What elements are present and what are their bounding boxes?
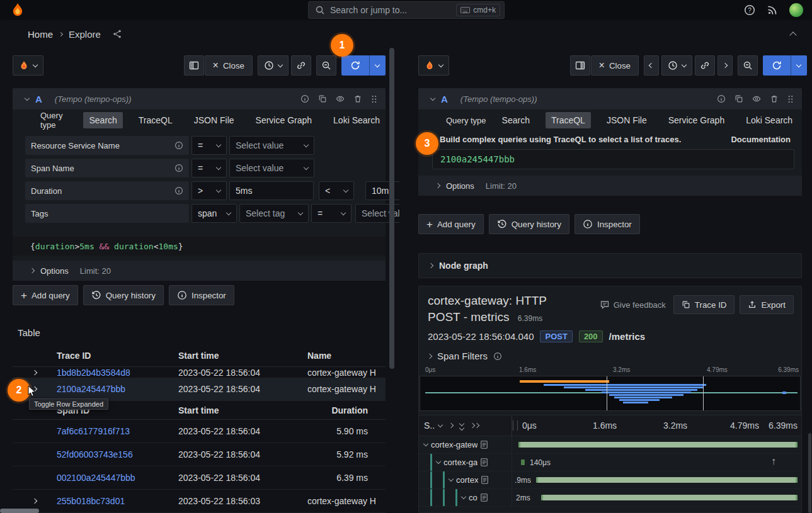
chevron-right-icon[interactable] bbox=[427, 353, 432, 358]
col-trace-id[interactable]: Trace ID bbox=[57, 351, 178, 361]
span-id-link[interactable]: 7af6c6177916f713 bbox=[57, 426, 178, 436]
service-name-operator-select[interactable]: = bbox=[192, 136, 227, 155]
row-expander-icon[interactable] bbox=[13, 371, 57, 375]
column-resizer[interactable] bbox=[513, 420, 518, 431]
duration-max-operator-select[interactable]: < bbox=[319, 181, 354, 200]
minimap-viewport-start[interactable] bbox=[607, 376, 607, 410]
service-name-value-select[interactable]: Select value bbox=[229, 136, 314, 155]
expand-deep-icon[interactable] bbox=[471, 424, 479, 427]
service-operation-column-header[interactable]: S.. bbox=[424, 420, 442, 431]
tags-scope-select[interactable]: span bbox=[192, 204, 237, 223]
span-id-link[interactable]: 52fd06003743e156 bbox=[57, 449, 178, 459]
span-name-operator-select[interactable]: = bbox=[192, 159, 227, 178]
span-bar[interactable] bbox=[518, 442, 798, 448]
span-name-value-select[interactable]: Select value bbox=[229, 159, 314, 178]
duration-min-operator-select[interactable]: > bbox=[192, 181, 227, 200]
tab-search[interactable]: Search bbox=[83, 112, 122, 128]
minimap-viewport-end[interactable] bbox=[703, 376, 704, 410]
query-history-button[interactable]: Query history bbox=[83, 285, 164, 305]
collapse-query-icon[interactable] bbox=[25, 95, 30, 100]
tab-search[interactable]: Search bbox=[496, 112, 535, 128]
span-row[interactable]: cortex .9ms bbox=[419, 471, 801, 489]
tab-json-file[interactable]: JSON File bbox=[188, 112, 240, 128]
time-picker[interactable] bbox=[258, 55, 289, 76]
search-input[interactable]: Search or jump to... cmd+k bbox=[308, 1, 505, 19]
span-row[interactable]: cortex-gatew bbox=[419, 436, 801, 454]
node-graph-panel[interactable]: Node graph bbox=[418, 253, 802, 278]
collapse-query-icon[interactable] bbox=[430, 95, 435, 100]
span-filters-title[interactable]: Span Filters bbox=[437, 351, 488, 361]
tab-traceql[interactable]: TraceQL bbox=[133, 112, 178, 128]
trace-id-button[interactable]: Trace ID bbox=[673, 295, 735, 314]
duplicate-query-icon[interactable] bbox=[735, 94, 743, 103]
disable-query-icon[interactable] bbox=[336, 94, 345, 103]
collapse-section-icon[interactable] bbox=[789, 31, 796, 38]
shift-time-forward-button[interactable] bbox=[718, 55, 733, 76]
close-split-button[interactable]: × Close bbox=[591, 55, 639, 76]
tab-json-file[interactable]: JSON File bbox=[601, 112, 653, 128]
tab-loki-search[interactable]: Loki Search bbox=[328, 112, 386, 128]
user-avatar[interactable] bbox=[789, 3, 803, 17]
scroll-to-top-icon[interactable]: ↑ bbox=[771, 456, 776, 467]
trace-id-link[interactable]: 2100a245447bbb bbox=[57, 384, 178, 394]
query-help-icon[interactable] bbox=[300, 94, 309, 103]
breadcrumb-current[interactable]: Explore bbox=[69, 29, 101, 40]
tags-operator-select[interactable]: = bbox=[311, 204, 352, 223]
news-icon[interactable] bbox=[767, 4, 778, 16]
help-icon[interactable]: ? bbox=[744, 4, 755, 16]
add-query-button[interactable]: +Add query bbox=[13, 285, 78, 305]
add-query-button[interactable]: +Add query bbox=[418, 214, 484, 234]
options-collapse[interactable]: Options Limit: 20 bbox=[13, 261, 386, 281]
run-query-interval-dropdown[interactable] bbox=[369, 55, 386, 76]
run-query-button[interactable] bbox=[341, 55, 369, 76]
span-detail-icon[interactable] bbox=[481, 493, 488, 502]
time-picker[interactable] bbox=[661, 55, 692, 76]
traceql-code-editor[interactable]: 2100a245447bbb bbox=[432, 149, 794, 169]
give-feedback-link[interactable]: Give feedback bbox=[600, 300, 666, 310]
row-expander-icon[interactable] bbox=[13, 499, 57, 503]
span-bar[interactable] bbox=[521, 459, 525, 465]
breadcrumb-home[interactable]: Home bbox=[28, 29, 53, 40]
query-help-icon[interactable] bbox=[717, 94, 726, 103]
span-row[interactable]: cortex-ga 140μs ↑ bbox=[419, 454, 801, 471]
datasource-picker[interactable] bbox=[13, 55, 43, 76]
tab-traceql[interactable]: TraceQL bbox=[546, 112, 591, 128]
right-vertical-scrollbar[interactable] bbox=[808, 433, 811, 513]
split-pane-button[interactable] bbox=[184, 55, 204, 76]
span-row[interactable]: co 2ms bbox=[419, 489, 801, 507]
tab-service-graph[interactable]: Service Graph bbox=[250, 112, 317, 128]
copy-link-button[interactable] bbox=[291, 55, 311, 76]
span-id-link[interactable]: 002100a245447bbb bbox=[57, 473, 178, 483]
tab-service-graph[interactable]: Service Graph bbox=[663, 112, 730, 128]
tab-loki-search[interactable]: Loki Search bbox=[740, 112, 798, 128]
remove-query-icon[interactable] bbox=[770, 94, 779, 103]
duration-min-input[interactable]: 5ms bbox=[229, 181, 314, 200]
zoom-out-button[interactable] bbox=[316, 55, 336, 76]
collapse-span-icon[interactable] bbox=[436, 459, 441, 464]
trace-minimap[interactable] bbox=[420, 376, 801, 411]
drag-handle-icon[interactable] bbox=[787, 94, 793, 104]
shift-time-back-button[interactable] bbox=[644, 55, 659, 76]
trace-id-link[interactable]: 1bd8b2b4b3584d8 bbox=[57, 368, 178, 378]
horizontal-scrollbar[interactable] bbox=[0, 509, 39, 513]
export-button[interactable]: Export bbox=[740, 295, 794, 314]
grafana-logo[interactable] bbox=[10, 3, 25, 18]
inspector-button[interactable]: Inspector bbox=[169, 285, 234, 305]
table-row-expanded[interactable]: 2100a245447bbb 2023-05-22 18:56:04 corte… bbox=[13, 378, 386, 401]
query-row-header[interactable]: A (Tempo (tempo-ops)) bbox=[13, 88, 386, 110]
query-row-header[interactable]: A (Tempo (tempo-ops)) bbox=[418, 88, 802, 110]
run-query-interval-dropdown[interactable] bbox=[791, 55, 807, 76]
disable-query-icon[interactable] bbox=[752, 94, 761, 103]
collapse-span-icon[interactable] bbox=[461, 494, 466, 499]
inspector-button[interactable]: Inspector bbox=[575, 214, 640, 234]
close-split-button[interactable]: × Close bbox=[205, 55, 253, 76]
split-pane-button[interactable] bbox=[570, 55, 590, 76]
tags-tag-select[interactable]: Select tag bbox=[239, 204, 309, 223]
zoom-out-button[interactable] bbox=[738, 55, 758, 76]
query-history-button[interactable]: Query history bbox=[489, 214, 569, 234]
vertical-scrollbar[interactable] bbox=[389, 48, 394, 369]
duplicate-query-icon[interactable] bbox=[318, 94, 327, 103]
share-icon[interactable] bbox=[112, 29, 122, 39]
table-row[interactable]: 255b018bc73d01 2023-05-22 18:56:03 corte… bbox=[13, 490, 386, 513]
span-detail-icon[interactable] bbox=[481, 441, 488, 449]
